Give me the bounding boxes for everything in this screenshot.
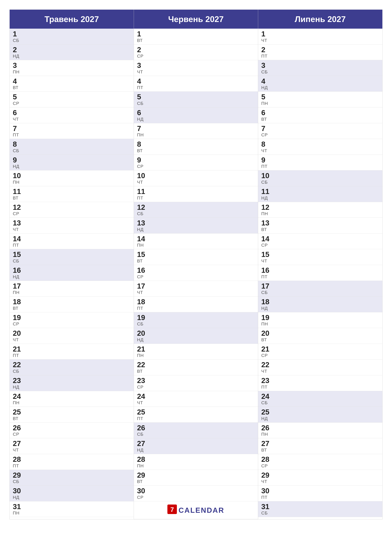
- day-cell-m2-d6: 7СР: [258, 123, 382, 139]
- day-cell-m0-d11: 12СР: [10, 202, 134, 218]
- day-number: 10: [137, 172, 255, 180]
- day-number: 4: [137, 77, 255, 85]
- day-cell-m0-d16: 17ПН: [10, 281, 134, 297]
- day-name: ВТ: [261, 448, 379, 453]
- day-name: ПТ: [261, 495, 379, 500]
- day-cell-m2-d4: 5ПН: [258, 92, 382, 107]
- day-name: НД: [261, 306, 379, 311]
- day-name: ЧТ: [261, 38, 379, 43]
- day-name: СР: [137, 164, 255, 169]
- day-number: 12: [137, 203, 255, 211]
- day-number: 8: [13, 140, 131, 148]
- day-number: 29: [137, 471, 255, 479]
- day-number: 31: [13, 503, 131, 511]
- day-name: СБ: [13, 38, 131, 43]
- day-number: 20: [137, 329, 255, 337]
- day-name: СБ: [137, 321, 255, 327]
- header-row: Травень 2027Червень 2027Липень 2027: [10, 10, 382, 29]
- day-number: 20: [13, 329, 131, 337]
- day-cell-m1-d8: 9СР: [134, 155, 258, 171]
- day-number: 29: [13, 471, 131, 479]
- day-name: СБ: [261, 400, 379, 405]
- day-number: 26: [137, 424, 255, 432]
- day-number: 27: [261, 439, 379, 448]
- day-number: 20: [261, 329, 379, 337]
- day-number: 19: [261, 314, 379, 322]
- day-number: 18: [13, 298, 131, 306]
- day-number: 14: [261, 235, 379, 243]
- day-number: 16: [13, 266, 131, 274]
- day-number: 26: [261, 424, 379, 432]
- day-cell-m0-d7: 8СБ: [10, 139, 134, 155]
- day-name: СР: [137, 274, 255, 279]
- day-number: 7: [137, 124, 255, 132]
- day-number: 9: [137, 156, 255, 164]
- day-name: СР: [261, 243, 379, 248]
- day-name: НД: [261, 85, 379, 90]
- day-number: 5: [13, 93, 131, 101]
- day-cell-m2-d1: 2ПТ: [258, 44, 382, 60]
- day-cell-m1-d14: 15ВТ: [134, 249, 258, 265]
- day-name: ПТ: [13, 463, 131, 468]
- day-number: 1: [137, 30, 255, 38]
- day-cell-m1-d19: 20НД: [134, 328, 258, 344]
- day-cell-m1-d20: 21ПН: [134, 344, 258, 360]
- logo-cell: 7CALENDAR: [134, 501, 258, 519]
- day-cell-m2-d10: 11НД: [258, 186, 382, 202]
- day-number: 31: [261, 503, 379, 511]
- day-cell-m1-d24: 25ПТ: [134, 407, 258, 423]
- day-name: ЧТ: [13, 117, 131, 122]
- day-name: ПН: [261, 321, 379, 327]
- day-cell-m1-d27: 28ПН: [134, 454, 258, 470]
- day-cell-m0-d24: 25ВТ: [10, 407, 134, 423]
- day-name: СБ: [13, 369, 131, 374]
- day-number: 1: [13, 30, 131, 38]
- day-name: ПТ: [261, 54, 379, 59]
- day-cell-m2-d5: 6ВТ: [258, 107, 382, 123]
- day-cell-m0-d25: 26СР: [10, 423, 134, 438]
- day-name: ВТ: [137, 369, 255, 374]
- day-cell-m0-d17: 18ВТ: [10, 297, 134, 312]
- day-name: СБ: [261, 180, 379, 185]
- day-name: ВТ: [137, 38, 255, 43]
- day-name: СБ: [137, 101, 255, 106]
- day-name: ПН: [261, 432, 379, 437]
- day-name: ВТ: [13, 196, 131, 201]
- day-cell-m2-d12: 13ВТ: [258, 218, 382, 234]
- calendar: Травень 2027Червень 2027Липень 2027 1СБ2…: [9, 9, 383, 519]
- day-number: 18: [261, 298, 379, 306]
- day-name: ЧТ: [13, 337, 131, 342]
- day-number: 3: [137, 61, 255, 69]
- day-name: НД: [261, 196, 379, 201]
- day-name: ПН: [137, 243, 255, 248]
- day-number: 6: [13, 109, 131, 117]
- day-number: 13: [137, 219, 255, 227]
- day-cell-m2-d26: 27ВТ: [258, 438, 382, 454]
- day-cell-m0-d5: 6ЧТ: [10, 107, 134, 123]
- day-column-0: 1СБ2НД3ПН4ВТ5СР6ЧТ7ПТ8СБ9НД10ПН11ВТ12СР1…: [10, 29, 134, 519]
- day-cell-m1-d10: 11ПТ: [134, 186, 258, 202]
- day-cell-m2-d22: 23ПТ: [258, 375, 382, 391]
- day-cell-m1-d6: 7ПН: [134, 123, 258, 139]
- day-column-1: 1ВТ2СР3ЧТ4ПТ5СБ6НД7ПН8ВТ9СР10ЧТ11ПТ12СБ1…: [134, 29, 258, 519]
- day-number: 7: [261, 124, 379, 132]
- day-cell-m1-d3: 4ПТ: [134, 76, 258, 92]
- day-cell-m2-d0: 1ЧТ: [258, 29, 382, 44]
- day-cell-m0-d9: 10ПН: [10, 170, 134, 186]
- day-cell-m1-d4: 5СБ: [134, 92, 258, 107]
- day-cell-m1-d2: 3ЧТ: [134, 60, 258, 76]
- day-number: 24: [261, 392, 379, 401]
- day-cell-m0-d2: 3ПН: [10, 60, 134, 76]
- day-number: 15: [261, 250, 379, 258]
- day-name: СБ: [261, 290, 379, 295]
- day-cell-m1-d0: 1ВТ: [134, 29, 258, 44]
- day-number: 1: [261, 30, 379, 38]
- day-cell-m0-d19: 20ЧТ: [10, 328, 134, 344]
- day-cell-m1-d1: 2СР: [134, 44, 258, 60]
- day-name: СБ: [13, 258, 131, 263]
- day-name: ЧТ: [13, 227, 131, 232]
- day-name: СБ: [261, 69, 379, 74]
- day-number: 21: [13, 345, 131, 353]
- day-number: 26: [13, 424, 131, 432]
- day-cell-m1-d29: 30СР: [134, 486, 258, 501]
